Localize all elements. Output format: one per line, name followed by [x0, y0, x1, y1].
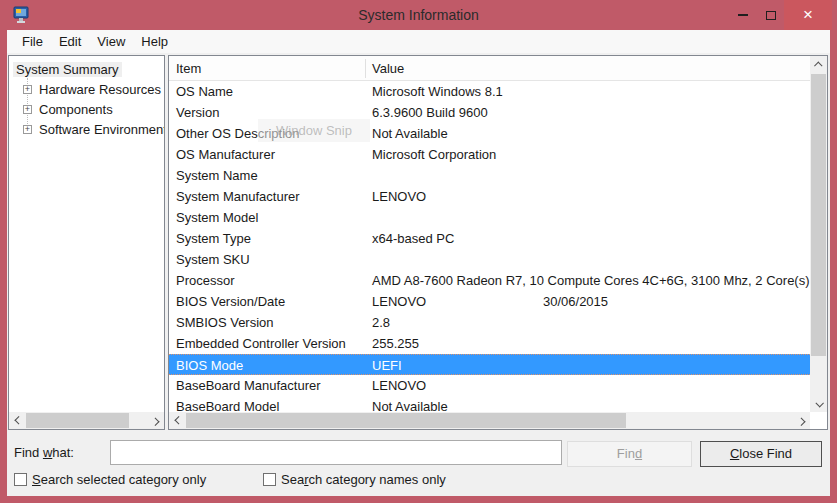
table-row[interactable]: ProcessorAMD A8-7600 Radeon R7, 10 Compu… [169, 270, 810, 291]
scroll-left-button[interactable] [9, 412, 26, 429]
title-bar[interactable]: System Information × [0, 0, 837, 30]
menu-item-file[interactable]: File [14, 31, 51, 53]
row-item-cell: System SKU [176, 249, 250, 270]
scroll-left-button[interactable] [169, 412, 186, 429]
close-icon: × [803, 1, 813, 29]
maximize-icon [766, 11, 776, 20]
category-tree-panel: System Summary+Hardware Resources+Compon… [8, 55, 165, 430]
row-value-cell: Microsoft Windows 8.1 [372, 81, 503, 102]
chevron-up-icon [814, 61, 822, 69]
column-separator[interactable] [365, 59, 366, 78]
scroll-right-button[interactable] [793, 412, 810, 429]
expand-plus-icon[interactable]: + [23, 85, 32, 94]
row-value-cell: 6.3.9600 Build 9600 [372, 102, 488, 123]
find-what-label: Find what: [14, 441, 74, 465]
row-item-cell: BIOS Version/Date [176, 291, 285, 312]
scroll-down-button[interactable] [810, 395, 827, 412]
table-row[interactable]: System SKU [169, 249, 810, 270]
table-row[interactable]: BaseBoard ManufacturerLENOVO [169, 375, 810, 396]
row-item-cell: OS Name [176, 81, 233, 102]
tree-item-label: System Summary [13, 62, 122, 77]
table-row[interactable]: System Typex64-based PC [169, 228, 810, 249]
search-options-row: Search selected category only Search cat… [0, 471, 837, 489]
chevron-right-icon [151, 417, 159, 425]
table-row[interactable]: SMBIOS Version2.8 [169, 312, 810, 333]
tree-item-system-summary[interactable]: System Summary [13, 61, 122, 79]
tree-item-label: Software Environment [36, 122, 164, 137]
table-row[interactable]: OS NameMicrosoft Windows 8.1 [169, 81, 810, 102]
row-value-cell: Microsoft Corporation [372, 144, 496, 165]
table-row[interactable]: System ManufacturerLENOVO [169, 186, 810, 207]
close-find-button[interactable]: Close Find [700, 441, 822, 467]
find-input[interactable] [110, 440, 562, 465]
row-item-cell: System Model [176, 207, 258, 228]
maximize-button[interactable] [757, 0, 785, 30]
tree-item-label: Hardware Resources [36, 82, 164, 97]
row-value-cell: UEFI [372, 355, 402, 376]
row-item-cell: BIOS Mode [176, 355, 243, 376]
minimize-icon [738, 14, 748, 16]
find-button[interactable]: Find [567, 441, 692, 467]
tree-item-software-environment[interactable]: +Software Environment [23, 121, 164, 139]
scroll-up-button[interactable] [810, 56, 827, 73]
chevron-right-icon [797, 417, 805, 425]
table-body: OS NameMicrosoft Windows 8.1Version6.3.9… [169, 81, 810, 417]
tree-item-hardware-resources[interactable]: +Hardware Resources [23, 81, 164, 99]
row-value-cell: LENOVO [372, 291, 426, 312]
search-selected-category-label[interactable]: Search selected category only [32, 471, 206, 489]
chevron-down-icon [815, 399, 823, 407]
row-item-cell: OS Manufacturer [176, 144, 275, 165]
close-button[interactable]: × [784, 0, 832, 30]
row-item-cell: System Manufacturer [176, 186, 300, 207]
menu-item-view[interactable]: View [89, 31, 133, 53]
expand-plus-icon[interactable]: + [23, 125, 32, 134]
table-hscroll-thumb[interactable] [186, 413, 626, 428]
table-row[interactable]: System Model [169, 207, 810, 228]
row-value-cell: AMD A8-7600 Radeon R7, 10 Compute Cores … [372, 270, 810, 291]
row-value-cell: 255.255 [372, 333, 419, 354]
table-row[interactable]: BIOS ModeUEFI [169, 354, 810, 375]
expand-plus-icon[interactable]: + [23, 105, 32, 114]
row-item-cell: Processor [176, 270, 235, 291]
table-horizontal-scrollbar[interactable] [169, 412, 810, 429]
detail-table-panel: Item Value OS NameMicrosoft Windows 8.1V… [168, 55, 828, 430]
search-selected-category-checkbox[interactable] [14, 473, 27, 486]
row-item-cell: BaseBoard Manufacturer [176, 375, 321, 396]
row-item-cell: SMBIOS Version [176, 312, 274, 333]
system-information-window: System Information × FileEditViewHelp Sy… [0, 0, 837, 503]
tree-horizontal-scrollbar[interactable] [9, 412, 164, 429]
row-item-cell: Version [176, 102, 219, 123]
table-vertical-scrollbar[interactable] [810, 56, 827, 412]
table-row[interactable]: Embedded Controller Version255.255 [169, 333, 810, 354]
row-value-cell: 2.8 [372, 312, 390, 333]
row-item-cell: Other OS Description [176, 123, 300, 144]
scroll-right-button[interactable] [147, 412, 164, 429]
minimize-button[interactable] [729, 0, 757, 30]
row-value-cell: x64-based PC [372, 228, 454, 249]
row-item-cell: System Type [176, 228, 251, 249]
category-tree: System Summary+Hardware Resources+Compon… [9, 56, 164, 412]
tree-hscroll-thumb[interactable] [26, 413, 129, 428]
table-row[interactable]: Other OS DescriptionNot Available [169, 123, 810, 144]
row-item-cell: System Name [176, 165, 258, 186]
chevron-left-icon [174, 416, 182, 424]
column-header-item[interactable]: Item [176, 56, 201, 81]
menu-item-edit[interactable]: Edit [51, 31, 89, 53]
row-value-cell: Not Available [372, 123, 448, 144]
search-category-names-checkbox[interactable] [263, 473, 276, 486]
row-value-cell: LENOVO [372, 375, 426, 396]
search-category-names-label[interactable]: Search category names only [281, 471, 446, 489]
table-row[interactable]: System Name [169, 165, 810, 186]
table-row[interactable]: Version6.3.9600 Build 9600 [169, 102, 810, 123]
chevron-left-icon [14, 416, 22, 424]
table-row[interactable]: BIOS Version/DateLENOVO30/06/2015 [169, 291, 810, 312]
row-value2-cell: 30/06/2015 [543, 291, 608, 312]
table-vscroll-thumb[interactable] [811, 74, 826, 356]
menu-bar: FileEditViewHelp [7, 30, 830, 53]
column-header-value[interactable]: Value [372, 56, 404, 81]
table-header: Item Value [169, 56, 810, 81]
menu-item-help[interactable]: Help [133, 31, 176, 53]
tree-item-label: Components [36, 102, 116, 117]
table-row[interactable]: OS ManufacturerMicrosoft Corporation [169, 144, 810, 165]
tree-item-components[interactable]: +Components [23, 101, 116, 119]
